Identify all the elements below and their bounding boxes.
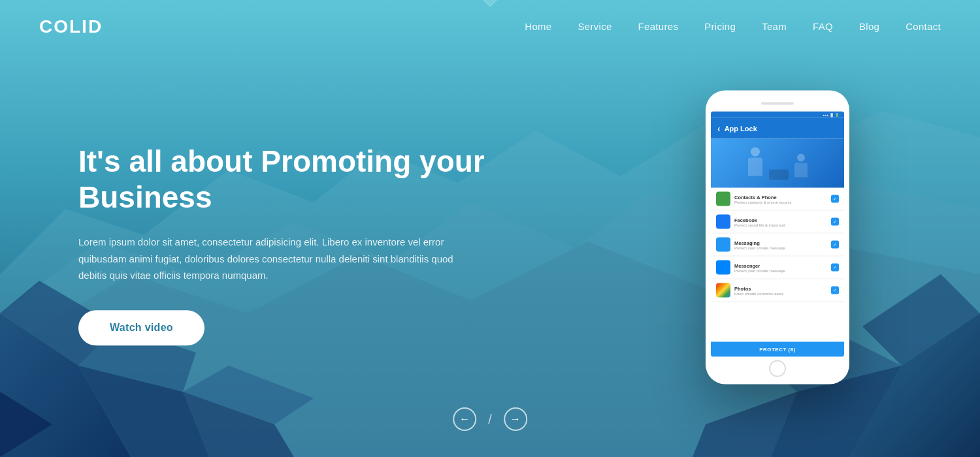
back-icon: ‹ bbox=[717, 123, 721, 134]
protect-button[interactable]: PROTECT (8) bbox=[711, 342, 844, 357]
phone-home-button bbox=[769, 360, 786, 377]
slider-separator: / bbox=[488, 412, 492, 427]
app-list: Contacts & Phone Protect contacts & phon… bbox=[711, 188, 844, 342]
nav-home[interactable]: Home bbox=[525, 21, 551, 32]
list-item: Facebook Protect social life & important bbox=[711, 211, 844, 234]
photos-icon bbox=[716, 283, 730, 298]
hero-section: COLID Home Service Features Pricing Team… bbox=[0, 0, 980, 457]
list-title: Photos bbox=[734, 285, 827, 291]
app-header: ‹ App Lock bbox=[711, 118, 844, 139]
phone-screen: ●●● ▐▌ 🔋 ‹ App Lock bbox=[711, 112, 844, 357]
slider-controls: ← / → bbox=[453, 407, 527, 431]
list-sub: Protect your private message bbox=[734, 268, 827, 272]
slider-prev-button[interactable]: ← bbox=[453, 407, 476, 431]
list-sub: Protect contacts & phone access bbox=[734, 200, 827, 204]
brand-logo: COLID bbox=[39, 16, 103, 37]
app-list-text: Contacts & Phone Protect contacts & phon… bbox=[734, 194, 827, 204]
nav-service[interactable]: Service bbox=[578, 21, 612, 32]
nav-links: Home Service Features Pricing Team FAQ B… bbox=[525, 21, 941, 33]
app-illustration bbox=[745, 147, 809, 180]
app-title: App Lock bbox=[725, 125, 757, 133]
navigation: COLID Home Service Features Pricing Team… bbox=[0, 0, 980, 54]
watch-video-button[interactable]: Watch video bbox=[78, 310, 204, 345]
list-check bbox=[831, 264, 839, 272]
list-item: Messenger Protect your private message bbox=[711, 257, 844, 279]
slider-next-button[interactable]: → bbox=[504, 407, 527, 431]
list-check bbox=[831, 241, 839, 249]
phone-top-bar bbox=[711, 97, 844, 110]
messaging-icon bbox=[716, 238, 730, 252]
facebook-icon bbox=[716, 215, 730, 229]
nav-features[interactable]: Features bbox=[638, 21, 679, 32]
list-title: Messaging bbox=[734, 240, 827, 245]
list-check bbox=[831, 218, 839, 226]
phone-bottom-bar bbox=[711, 360, 844, 378]
app-list-text: Messenger Protect your private message bbox=[734, 262, 827, 272]
hero-title: It's all about Promoting your Business bbox=[78, 144, 523, 215]
app-list-text: Facebook Protect social life & important bbox=[734, 217, 827, 227]
list-title: Facebook bbox=[734, 217, 827, 223]
list-item: Messaging Protect your private message bbox=[711, 234, 844, 257]
app-hero-image bbox=[711, 139, 844, 188]
list-sub: Protect your private message bbox=[734, 245, 827, 249]
nav-faq[interactable]: FAQ bbox=[813, 21, 833, 32]
hero-description: Lorem ipsum dolor sit amet, consectetur … bbox=[78, 234, 483, 285]
list-check bbox=[831, 287, 839, 294]
nav-pricing[interactable]: Pricing bbox=[704, 21, 736, 32]
list-sub: Keep private concerns away bbox=[734, 291, 827, 295]
phone-outer: ●●● ▐▌ 🔋 ‹ App Lock bbox=[706, 91, 849, 385]
list-check bbox=[831, 195, 839, 203]
nav-blog[interactable]: Blog bbox=[859, 21, 879, 32]
list-sub: Protect social life & important bbox=[734, 223, 827, 227]
nav-team[interactable]: Team bbox=[762, 21, 787, 32]
list-title: Contacts & Phone bbox=[734, 194, 827, 200]
phone-mockup: ●●● ▐▌ 🔋 ‹ App Lock bbox=[706, 91, 849, 385]
nav-contact[interactable]: Contact bbox=[906, 21, 941, 32]
list-item: Photos Keep private concerns away bbox=[711, 279, 844, 302]
app-list-text: Messaging Protect your private message bbox=[734, 240, 827, 249]
hero-content: It's all about Promoting your Business L… bbox=[78, 144, 523, 345]
list-title: Messenger bbox=[734, 262, 827, 268]
app-list-text: Photos Keep private concerns away bbox=[734, 285, 827, 295]
messenger-icon bbox=[716, 260, 730, 275]
contacts-icon bbox=[716, 192, 730, 206]
list-item: Contacts & Phone Protect contacts & phon… bbox=[711, 188, 844, 211]
phone-speaker bbox=[761, 102, 794, 105]
